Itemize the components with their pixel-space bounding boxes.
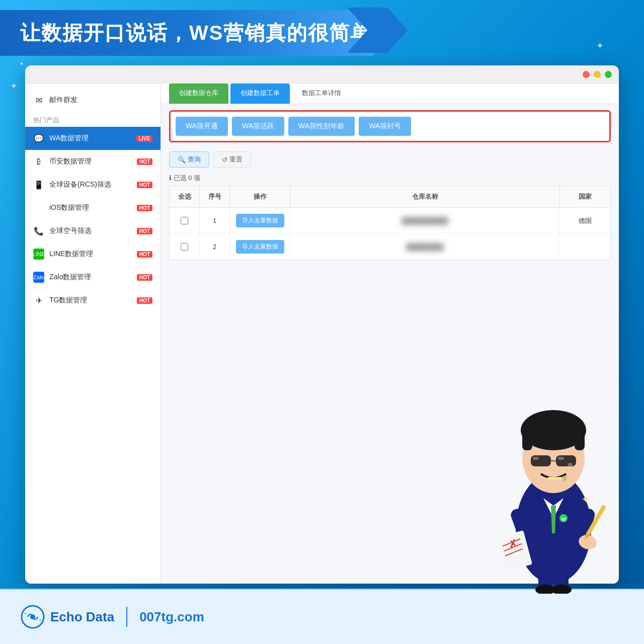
sidebar-wa-label: WA数据管理 <box>49 134 133 143</box>
tab-create-warehouse[interactable]: 创建数据仓库 <box>169 84 228 104</box>
svg-point-30 <box>551 585 572 594</box>
svg-rect-4 <box>522 428 532 450</box>
svg-point-35 <box>30 614 35 619</box>
logo-divider <box>126 607 127 627</box>
ios-icon <box>33 202 44 213</box>
td-seq-1: 1 <box>200 208 230 233</box>
tabs-bar: 创建数据仓库 创建数据工单 数据工单详情 <box>161 84 619 104</box>
hot-badge-device: HOT <box>137 182 152 188</box>
search-button[interactable]: 🔍 查询 <box>169 151 209 168</box>
checkbox-2[interactable] <box>181 243 188 251</box>
sidebar-item-line[interactable]: LINE LINE数据管理 HOT <box>25 243 160 266</box>
td-warehouse-2: ████████ <box>290 234 560 260</box>
svg-text:W: W <box>561 517 566 522</box>
td-country-2 <box>560 234 610 260</box>
sidebar-item-global-device[interactable]: 📱 全球设备(RCS)筛选 HOT <box>25 173 160 196</box>
sidebar-empty-label: 全球空号筛选 <box>49 226 134 235</box>
td-checkbox-2[interactable] <box>170 234 200 260</box>
sidebar-binance-label: 币安数据管理 <box>49 157 134 166</box>
arrow-decoration <box>347 8 408 55</box>
th-country: 国家 <box>560 186 610 207</box>
td-seq-2: 2 <box>200 234 230 260</box>
td-country-1: 德国 <box>560 208 610 233</box>
hot-badge-binance: HOT <box>137 158 152 165</box>
reset-button[interactable]: ↺ 重置 <box>213 151 251 168</box>
hot-badge-tg: HOT <box>137 297 152 304</box>
sidebar-device-label: 全球设备(RCS)筛选 <box>49 180 134 189</box>
checkbox-1[interactable] <box>181 217 188 224</box>
filter-btn-wa-block[interactable]: WA筛封号 <box>359 117 411 136</box>
sidebar-item-tg[interactable]: ✈ TG数据管理 HOT <box>25 289 160 312</box>
sparkle-4: ✦ <box>596 40 604 51</box>
tab-workorder-detail[interactable]: 数据工单详情 <box>292 84 351 104</box>
svg-marker-0 <box>347 8 408 53</box>
action-row: 🔍 查询 ↺ 重置 <box>161 148 619 171</box>
hot-badge-zalo: HOT <box>137 274 152 281</box>
sidebar-line-label: LINE数据管理 <box>49 250 134 259</box>
filter-btn-wa-active[interactable]: WA筛活跃 <box>232 117 284 136</box>
logo-text: Echo Data <box>50 609 114 625</box>
th-seq: 序号 <box>200 186 230 207</box>
hot-badge-line: HOT <box>137 251 152 258</box>
th-operation: 操作 <box>230 186 290 207</box>
svg-text:✦: ✦ <box>581 493 590 506</box>
sidebar-hot-section: 热门产品 <box>25 112 160 127</box>
table-row: 1 导入去重数据 ██████████ 德国 <box>170 208 610 234</box>
svg-point-14 <box>568 463 573 468</box>
phone-icon: 📞 <box>33 225 44 236</box>
banner-title: 让数据开口说话，WS营销真的很简单 <box>20 22 371 44</box>
sidebar-ios-label: iOS数据管理 <box>49 203 134 212</box>
sidebar-email-label: 邮件群发 <box>49 96 152 105</box>
bottom-bar: Echo Data 007tg.com <box>0 589 644 644</box>
info-icon: ℹ <box>169 174 172 182</box>
window-close-btn[interactable] <box>583 71 590 78</box>
sidebar-tg-label: TG数据管理 <box>49 296 134 305</box>
filter-btn-wa-gender-age[interactable]: WA筛性别年龄 <box>288 117 355 136</box>
table-row: 2 导入去重数据 ████████ <box>170 234 610 260</box>
sidebar-item-zalo[interactable]: Zalo Zalo数据管理 HOT <box>25 266 160 289</box>
reset-icon: ↺ <box>222 156 227 164</box>
hot-badge-ios: HOT <box>137 205 152 211</box>
wa-icon: 💬 <box>33 133 44 144</box>
svg-point-13 <box>566 468 570 472</box>
import-dedup-btn-2[interactable]: 导入去重数据 <box>236 240 284 254</box>
table-header: 全选 序号 操作 仓库名称 国家 <box>170 186 610 208</box>
line-icon: LINE <box>33 249 44 260</box>
email-icon: ✉ <box>33 95 44 106</box>
filter-btn-wa-open[interactable]: WA筛开通 <box>176 117 228 136</box>
warehouse-name-blurred-1: ██████████ <box>401 217 448 224</box>
sidebar-item-wa-data[interactable]: 💬 WA数据管理 LIVE <box>25 127 160 150</box>
svg-rect-12 <box>562 476 567 481</box>
svg-rect-11 <box>547 477 562 480</box>
import-dedup-btn-1[interactable]: 导入去重数据 <box>236 214 284 227</box>
echo-data-logo-icon <box>20 604 45 629</box>
sidebar-item-email[interactable]: ✉ 邮件群发 <box>25 89 160 112</box>
window-minimize-btn[interactable] <box>594 71 601 78</box>
filter-row-wrapper: WA筛开通 WA筛活跃 WA筛性别年龄 WA筛封号 <box>169 110 611 142</box>
tg-icon: ✈ <box>33 295 44 306</box>
tab-create-workorder[interactable]: 创建数据工单 <box>230 84 290 104</box>
sidebar-item-binance[interactable]: ₿ 币安数据管理 HOT <box>25 150 160 173</box>
hot-badge-empty: HOT <box>137 228 152 234</box>
sparkle-3: ✦ <box>10 80 18 92</box>
zalo-icon: Zalo <box>33 272 44 283</box>
th-warehouse-name: 仓库名称 <box>290 186 560 207</box>
td-action-1[interactable]: 导入去重数据 <box>230 208 290 233</box>
window-maximize-btn[interactable] <box>605 71 612 78</box>
search-icon: 🔍 <box>178 156 186 164</box>
sidebar-item-global-empty[interactable]: 📞 全球空号筛选 HOT <box>25 219 160 243</box>
cartoon-character: ✗ W ✦ <box>478 342 629 594</box>
svg-rect-9 <box>533 457 539 460</box>
sidebar-zalo-label: Zalo数据管理 <box>49 273 134 282</box>
td-checkbox-1[interactable] <box>170 208 200 233</box>
website-text: 007tg.com <box>139 609 204 625</box>
sidebar: ✉ 邮件群发 热门产品 💬 WA数据管理 LIVE ₿ 币安数据管理 HOT 📱… <box>25 84 161 584</box>
svg-rect-5 <box>575 428 585 450</box>
logo-area: Echo Data <box>20 604 114 629</box>
sidebar-item-ios[interactable]: iOS数据管理 HOT <box>25 196 160 219</box>
device-icon: 📱 <box>33 179 44 190</box>
top-banner: 让数据开口说话，WS营销真的很简单 <box>0 10 392 56</box>
td-action-2[interactable]: 导入去重数据 <box>230 234 290 260</box>
live-badge: LIVE <box>136 135 152 142</box>
binance-icon: ₿ <box>33 156 44 167</box>
